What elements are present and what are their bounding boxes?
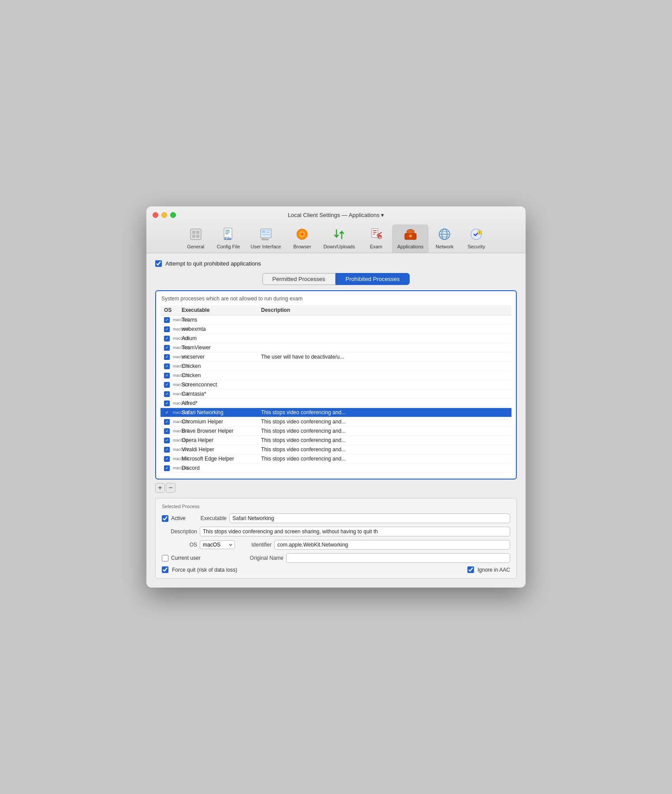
row-checkbox (164, 326, 170, 332)
table-row[interactable]: macOS⇕ Safari Networking This stops vide… (161, 408, 511, 417)
row-checkbox (164, 465, 170, 471)
row-os-cell: macOS⇕ (164, 428, 182, 434)
identifier-input[interactable] (274, 540, 510, 550)
table-row[interactable]: macOS⇕ Discord (161, 464, 511, 473)
general-icon (188, 226, 204, 242)
table-row[interactable]: macOS⇕ Camtasia* (161, 390, 511, 399)
main-window: Local Client Settings — Applications ▾ G… (146, 206, 526, 588)
toolbar-item-general[interactable]: General (180, 225, 212, 253)
toolbar-item-down-uploads[interactable]: Down/Uploads (318, 225, 360, 253)
row-checkbox (164, 438, 170, 443)
table-row[interactable]: macOS⇕ Alfred* (161, 399, 511, 408)
row-checkbox (164, 391, 170, 397)
row-desc-cell: This stops video conferencing and... (261, 446, 508, 453)
table-row[interactable]: macOS⇕ Microsoft Edge Helper This stops … (161, 454, 511, 464)
col-description: Description (261, 307, 508, 313)
table-row[interactable]: macOS⇕ Adium (161, 334, 511, 343)
table-row[interactable]: macOS⇕ Chicken (161, 362, 511, 371)
toolbar-item-network[interactable]: Network (429, 225, 460, 253)
svg-rect-3 (192, 235, 195, 238)
minimize-button[interactable] (161, 212, 167, 218)
row-os-cell: macOS⇕ (164, 373, 182, 378)
current-user-original-name-row: Current user Original Name (162, 553, 510, 563)
svg-rect-6 (225, 230, 230, 231)
toolbar-item-security[interactable]: Security (460, 225, 492, 253)
table-row[interactable]: macOS⇕ Chicken (161, 371, 511, 380)
content-area: Attempt to quit prohibited applications … (146, 253, 526, 588)
active-checkbox[interactable] (162, 515, 168, 522)
table-row[interactable]: macOS⇕ Vivaldi Helper This stops video c… (161, 445, 511, 454)
os-identifier-row: OS macOS Identifier (162, 540, 510, 550)
svg-rect-10 (261, 229, 271, 238)
row-os-cell: macOS⇕ (164, 410, 182, 416)
svg-rect-2 (196, 231, 199, 234)
remove-process-button[interactable]: − (166, 483, 175, 493)
browser-icon (294, 226, 310, 242)
force-quit-label: Force quit (risk of data loss) (172, 567, 237, 573)
exam-label: Exam (370, 244, 382, 249)
row-os-cell: macOS⇕ (164, 447, 182, 453)
toolbar-item-exam[interactable]: A Exam (360, 225, 392, 253)
applications-icon (403, 226, 418, 242)
table-row[interactable]: macOS⇕ Opera Helper This stops video con… (161, 436, 511, 445)
process-table: macOS⇕ Teams macOS⇕ webexmta macOS⇕ Adiu… (161, 315, 511, 474)
titlebar: Local Client Settings — Applications ▾ G… (146, 206, 526, 253)
row-exe-cell: Chicken (182, 372, 261, 378)
svg-point-26 (409, 235, 412, 237)
tab-prohibited-processes[interactable]: Prohibited Processes (336, 273, 410, 285)
table-row[interactable]: macOS⇕ plugin-container Firefox: This st… (161, 473, 511, 474)
active-executable-row: Active Executable (162, 513, 510, 523)
toolbar-item-user-interface[interactable]: New User Interface (245, 225, 286, 253)
row-os-cell: macOS⇕ (164, 336, 182, 341)
original-name-input[interactable] (286, 553, 510, 563)
identifier-label: Identifier (243, 542, 272, 548)
force-quit-checkbox[interactable] (162, 566, 168, 573)
row-os-cell: macOS⇕ (164, 401, 182, 406)
attempt-quit-checkbox[interactable] (155, 260, 162, 267)
row-exe-cell: Adium (182, 335, 261, 341)
attempt-quit-row: Attempt to quit prohibited applications (155, 260, 517, 267)
table-row[interactable]: macOS⇕ Chromium Helper This stops video … (161, 417, 511, 427)
fullscreen-button[interactable] (170, 212, 176, 218)
row-exe-cell: Alfred* (182, 400, 261, 406)
config-file-label: Config File (217, 244, 240, 249)
tab-permitted-processes[interactable]: Permitted Processes (262, 273, 336, 285)
svg-rect-14 (262, 234, 270, 235)
bottom-checkboxes-row: Force quit (risk of data loss) Ignore in… (162, 566, 510, 573)
toolbar-item-config-file[interactable]: File Config File (212, 225, 246, 253)
toolbar-item-applications[interactable]: Applications (392, 225, 429, 253)
table-row[interactable]: macOS⇕ vncserver The user will have to d… (161, 352, 511, 362)
ignore-aac-checkbox[interactable] (467, 566, 474, 573)
col-os: OS (164, 307, 182, 313)
toolbar-item-browser[interactable]: Browser (286, 225, 318, 253)
attempt-quit-label: Attempt to quit prohibited applications (165, 260, 261, 267)
row-exe-cell: webexmta (182, 326, 261, 332)
executable-input[interactable] (229, 513, 510, 523)
description-input[interactable] (200, 527, 510, 536)
svg-rect-19 (372, 228, 378, 237)
svg-rect-35 (479, 232, 480, 234)
processes-panel: System processes which are not allowed t… (155, 290, 517, 479)
row-desc-cell: This stops video conferencing and... (261, 456, 508, 462)
table-row[interactable]: macOS⇕ webexmta (161, 325, 511, 334)
row-exe-cell: Microsoft Edge Helper (182, 456, 261, 462)
row-desc-cell: This stops video conferencing and... (261, 428, 508, 434)
row-checkbox (164, 456, 170, 462)
browser-label: Browser (293, 244, 311, 249)
table-row[interactable]: macOS⇕ Screenconnect (161, 380, 511, 390)
row-exe-cell: Chromium Helper (182, 419, 261, 425)
table-row[interactable]: macOS⇕ Teams (161, 315, 511, 325)
process-tabs: Permitted Processes Prohibited Processes (155, 273, 517, 285)
close-button[interactable] (153, 212, 158, 218)
network-label: Network (436, 244, 453, 249)
current-user-group: Current user (162, 555, 241, 562)
security-label: Security (467, 244, 485, 249)
table-row[interactable]: macOS⇕ Brave Browser Helper This stops v… (161, 427, 511, 436)
table-row[interactable]: macOS⇕ TeamViewer (161, 343, 511, 352)
current-user-checkbox[interactable] (162, 555, 168, 562)
security-icon (468, 226, 484, 242)
user-interface-label: User Interface (250, 244, 281, 249)
add-process-button[interactable]: + (155, 483, 165, 493)
svg-rect-20 (373, 230, 377, 231)
os-select[interactable]: macOS (200, 540, 235, 549)
